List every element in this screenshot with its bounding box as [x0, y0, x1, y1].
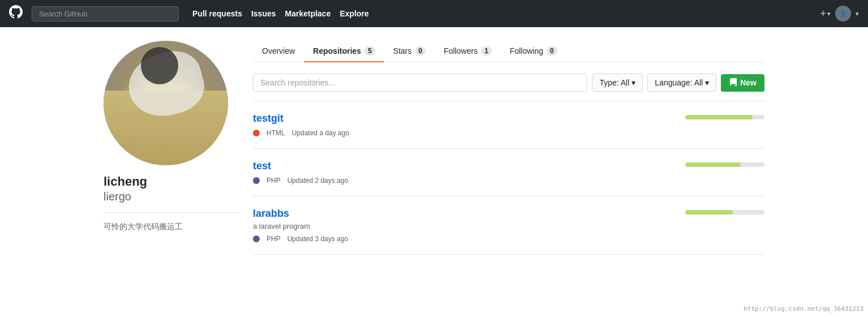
- plus-icon: +: [820, 8, 826, 20]
- issues-link[interactable]: Issues: [251, 9, 276, 18]
- profile-tabs: Overview Repositories 5 Stars 0 Follower…: [253, 41, 764, 62]
- type-caret-icon: ▾: [631, 78, 635, 87]
- navbar-search-input[interactable]: [32, 6, 179, 22]
- pull-requests-link[interactable]: Pull requests: [192, 9, 242, 18]
- caret-icon: ▾: [827, 10, 831, 18]
- repo-meta-larabbs: PHP Updated 3 days ago: [253, 235, 676, 243]
- repositories-count-badge: 5: [364, 46, 375, 55]
- repo-item: testgit HTML Updated a day ago: [253, 101, 764, 149]
- profile-avatar: [104, 41, 228, 165]
- language-dot-php: [253, 177, 260, 184]
- tab-following[interactable]: Following 0: [501, 41, 566, 62]
- navbar-right: + ▾ 👤 ▾: [820, 6, 859, 22]
- profile-divider: [104, 212, 239, 213]
- profile-bio: 可怜的大学代码搬运工: [104, 222, 239, 232]
- user-avatar-button[interactable]: 👤: [835, 6, 851, 22]
- profile-sidebar: licheng liergo 可怜的大学代码搬运工: [104, 41, 239, 255]
- repo-desc-larabbs: a laravel program: [253, 222, 676, 230]
- tab-followers[interactable]: Followers 1: [435, 41, 501, 62]
- tab-stars[interactable]: Stars 0: [384, 41, 435, 62]
- repo-updated-larabbs: Updated 3 days ago: [287, 235, 348, 243]
- repo-item: test PHP Updated 2 days ago: [253, 149, 764, 196]
- profile-main: Overview Repositories 5 Stars 0 Follower…: [253, 41, 764, 255]
- repo-progress-bar: [685, 210, 764, 215]
- repo-name-larabbs[interactable]: larabbs: [253, 208, 289, 219]
- repo-updated-test: Updated 2 days ago: [287, 177, 348, 185]
- repo-name-test[interactable]: test: [253, 160, 271, 172]
- repo-updated-testgit: Updated a day ago: [292, 129, 349, 137]
- repo-name-testgit[interactable]: testgit: [253, 113, 283, 124]
- stars-count-badge: 0: [415, 46, 426, 55]
- repo-meta-testgit: HTML Updated a day ago: [253, 129, 676, 137]
- profile-name: licheng: [104, 174, 239, 189]
- repo-progress-bar: [685, 162, 764, 167]
- navbar-links: Pull requests Issues Marketplace Explore: [192, 9, 369, 18]
- repo-bar-fill: [685, 115, 753, 119]
- repo-item: larabbs a laravel program PHP Updated 3 …: [253, 196, 764, 255]
- repo-language-larabbs: PHP: [267, 235, 281, 243]
- language-caret-icon: ▾: [705, 78, 709, 87]
- repo-meta-test: PHP Updated 2 days ago: [253, 177, 676, 185]
- profile-username: liergo: [104, 190, 239, 203]
- tab-overview[interactable]: Overview: [253, 41, 304, 62]
- repo-item-info: testgit HTML Updated a day ago: [253, 113, 676, 137]
- new-repo-icon: [729, 78, 737, 88]
- language-dot-html: [253, 130, 260, 136]
- navbar: Pull requests Issues Marketplace Explore…: [0, 0, 868, 27]
- repo-bar-larabbs: [685, 208, 764, 215]
- new-repo-button[interactable]: New: [721, 74, 764, 92]
- repo-list: testgit HTML Updated a day ago test: [253, 101, 764, 255]
- repo-item-info: test PHP Updated 2 days ago: [253, 160, 676, 185]
- repo-toolbar: Type: All ▾ Language: All ▾ New: [253, 74, 764, 92]
- repo-bar-testgit: [685, 113, 764, 119]
- repo-language-testgit: HTML: [267, 129, 285, 137]
- repo-language-test: PHP: [267, 177, 281, 185]
- repo-bar-fill: [685, 162, 741, 167]
- avatar-caret[interactable]: ▾: [856, 10, 859, 18]
- repo-item-info: larabbs a laravel program PHP Updated 3 …: [253, 208, 676, 243]
- marketplace-link[interactable]: Marketplace: [285, 9, 331, 18]
- explore-link[interactable]: Explore: [340, 9, 368, 18]
- language-filter-label: Language: All: [655, 78, 703, 87]
- language-filter-button[interactable]: Language: All ▾: [647, 74, 716, 92]
- new-menu-button[interactable]: + ▾: [820, 8, 831, 20]
- github-logo[interactable]: [9, 5, 23, 22]
- repo-search-input[interactable]: [253, 74, 587, 92]
- type-filter-label: Type: All: [599, 78, 629, 87]
- avatar-placeholder: 👤: [840, 11, 846, 17]
- main-content: licheng liergo 可怜的大学代码搬运工 Overview Repos…: [94, 27, 774, 268]
- repo-progress-bar: [685, 115, 764, 119]
- followers-count-badge: 1: [481, 46, 492, 55]
- repo-bar-test: [685, 160, 764, 167]
- language-dot-php: [253, 235, 260, 242]
- new-repo-label: New: [740, 78, 757, 87]
- type-filter-button[interactable]: Type: All ▾: [592, 74, 643, 92]
- repo-bar-fill: [685, 210, 733, 215]
- tab-repositories[interactable]: Repositories 5: [304, 41, 384, 62]
- following-count-badge: 0: [547, 46, 557, 55]
